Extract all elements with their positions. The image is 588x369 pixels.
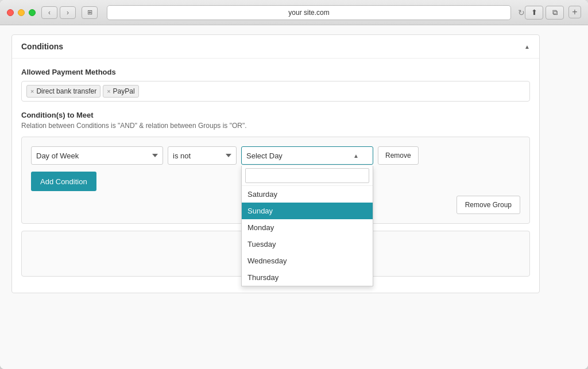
url-text: your site.com <box>288 9 329 17</box>
tab-overview-button[interactable]: ⧉ <box>546 6 564 20</box>
dropdown-search-container <box>242 166 373 186</box>
browser-content: Conditions ▲ Allowed Payment Methods × D… <box>0 25 588 369</box>
payment-methods-label: Allowed Payment Methods <box>21 68 530 76</box>
address-bar[interactable]: your site.com <box>107 5 511 20</box>
wednesday-label: Wednesday <box>247 257 287 265</box>
remove-condition-button[interactable]: Remove <box>378 146 419 165</box>
dropdown-arrow-icon: ▲ <box>353 153 359 159</box>
add-condition-button[interactable]: Add Condition <box>31 172 96 191</box>
day-select-trigger[interactable]: Select Day ▲ <box>241 146 373 165</box>
dropdown-item-monday[interactable]: Monday <box>242 219 373 236</box>
condition-row-1: Day of Week Time Date is is not greater … <box>31 146 520 165</box>
maximize-traffic-light[interactable] <box>29 9 36 16</box>
window-mode-button[interactable]: ⊞ <box>82 6 98 19</box>
tuesday-label: Tuesday <box>247 240 276 248</box>
conditions-panel: Conditions ▲ Allowed Payment Methods × D… <box>11 34 540 293</box>
dropdown-item-tuesday[interactable]: Tuesday <box>242 236 373 253</box>
window-icon: ⊞ <box>87 9 92 16</box>
payment-tag-direct-bank: × Direct bank transfer <box>26 85 100 98</box>
sunday-label: Sunday <box>247 207 273 215</box>
dropdown-list: Saturday Sunday Monday <box>242 186 373 286</box>
share-button[interactable]: ⬆ <box>525 6 543 20</box>
close-traffic-light[interactable] <box>7 9 14 16</box>
traffic-lights <box>7 9 36 16</box>
payment-methods-container: × Direct bank transfer × PayPal <box>21 81 530 102</box>
panel-body: Allowed Payment Methods × Direct bank tr… <box>12 59 539 293</box>
browser-titlebar: ‹ › ⊞ your site.com ↻ ⬆ ⧉ + <box>0 0 588 25</box>
monday-label: Monday <box>247 223 274 232</box>
conditions-to-meet: Condition(s) to Meet Relation between Co… <box>21 111 530 277</box>
right-buttons: ⬆ ⧉ + <box>525 6 581 20</box>
minimize-traffic-light[interactable] <box>18 9 25 16</box>
direct-bank-label: Direct bank transfer <box>36 87 96 95</box>
dropdown-item-thursday[interactable]: Thursday <box>242 269 373 286</box>
condition-type-select[interactable]: Day of Week Time Date <box>31 146 163 165</box>
dropdown-item-wednesday[interactable]: Wednesday <box>242 253 373 269</box>
nav-buttons: ‹ › <box>41 6 76 19</box>
saturday-label: Saturday <box>247 190 277 199</box>
panel-toggle-button[interactable]: ▲ <box>524 44 530 50</box>
remove-direct-bank-button[interactable]: × <box>30 88 34 95</box>
back-button[interactable]: ‹ <box>41 6 57 19</box>
paypal-label: PayPal <box>113 87 135 95</box>
tab-icon: ⧉ <box>552 8 558 17</box>
thursday-label: Thursday <box>247 273 278 282</box>
forward-icon: › <box>67 9 69 17</box>
dropdown-item-sunday[interactable]: Sunday <box>242 203 373 219</box>
condition-group-1: Day of Week Time Date is is not greater … <box>21 137 530 224</box>
day-select-wrapper: Select Day ▲ <box>241 146 373 165</box>
day-dropdown-popup: Saturday Sunday Monday <box>241 166 373 286</box>
payment-tag-paypal: × PayPal <box>103 85 138 98</box>
share-icon: ⬆ <box>531 8 537 17</box>
back-icon: ‹ <box>48 9 51 17</box>
panel-title: Conditions <box>21 42 63 51</box>
page-wrapper: Conditions ▲ Allowed Payment Methods × D… <box>0 25 551 309</box>
conditions-subtitle: Condition(s) to Meet <box>21 111 530 119</box>
browser-window: ‹ › ⊞ your site.com ↻ ⬆ ⧉ + <box>0 0 588 369</box>
operator-select[interactable]: is is not greater than less than <box>168 146 237 165</box>
day-select-placeholder: Select Day <box>246 152 283 160</box>
dropdown-item-saturday[interactable]: Saturday <box>242 186 373 203</box>
panel-header: Conditions ▲ <box>12 35 539 59</box>
reload-button[interactable]: ↻ <box>518 8 525 17</box>
conditions-desc: Relation between Conditions is "AND" & r… <box>21 122 530 130</box>
forward-button[interactable]: › <box>60 6 76 19</box>
dropdown-search-input[interactable] <box>245 168 369 183</box>
remove-paypal-button[interactable]: × <box>107 88 110 95</box>
remove-group-button[interactable]: Remove Group <box>457 196 520 214</box>
new-tab-button[interactable]: + <box>568 6 581 18</box>
